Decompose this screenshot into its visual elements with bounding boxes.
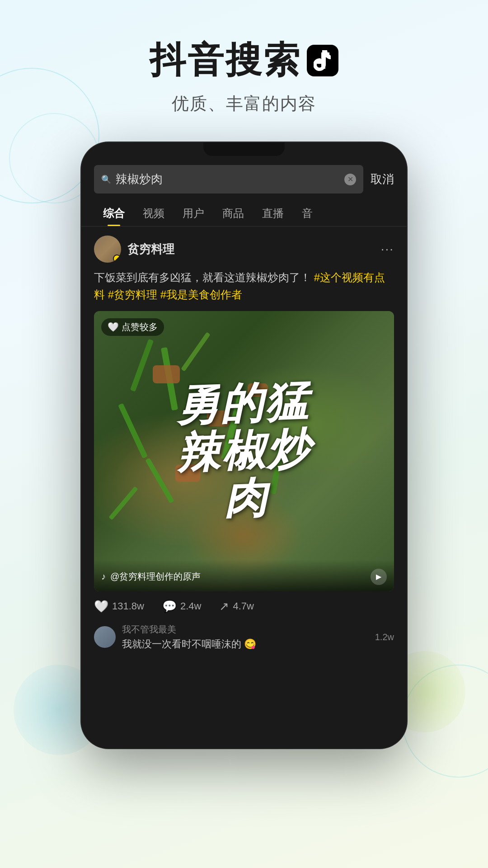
tab-video[interactable]: 视频 <box>134 201 174 226</box>
heart-icon: 🤍 <box>94 599 108 613</box>
heart-icon: 🤍 <box>108 321 119 332</box>
header-section: 抖音搜索 优质、丰富的内容 <box>0 0 488 133</box>
hashtag-3[interactable]: #我是美食创作者 <box>160 288 242 301</box>
like-badge-text: 点赞较多 <box>122 321 158 333</box>
tab-audio[interactable]: 音 <box>293 201 322 226</box>
author-name[interactable]: 贫穷料理 <box>127 241 174 257</box>
search-cancel-button[interactable]: 取消 <box>371 171 394 187</box>
app-subtitle: 优质、丰富的内容 <box>0 92 488 115</box>
like-badge: 🤍 点赞较多 <box>101 318 164 336</box>
likes-count[interactable]: 🤍 131.8w <box>94 599 144 613</box>
audio-info: ♪ @贫穷料理创作的原声 <box>101 571 201 583</box>
engagement-bar: 🤍 131.8w 💬 2.4w ↗ 4.7w <box>94 591 394 619</box>
audio-text: @贫穷料理创作的原声 <box>110 571 201 583</box>
phone-screen: 🔍 辣椒炒肉 ✕ 取消 综合 视频 用户 商品 <box>81 142 407 748</box>
hashtag-2[interactable]: #贫穷料理 <box>108 288 157 301</box>
content-area: ✓ 贫穷料理 ··· 下饭菜到底有多凶猛，就看这道辣椒炒肉了！ #这个视频有点料… <box>81 226 407 665</box>
more-options-button[interactable]: ··· <box>381 242 394 256</box>
phone-mockup-container: 🔍 辣椒炒肉 ✕ 取消 综合 视频 用户 商品 <box>0 142 488 748</box>
play-button[interactable]: ▶ <box>371 569 387 585</box>
tab-comprehensive[interactable]: 综合 <box>94 201 134 226</box>
comments-count[interactable]: 💬 2.4w <box>162 599 201 613</box>
app-title-row: 抖音搜索 <box>0 36 488 85</box>
video-calligraphy-text: 勇的猛辣椒炒肉 <box>174 378 314 524</box>
phone-mockup: 🔍 辣椒炒肉 ✕ 取消 综合 视频 用户 商品 <box>81 142 407 748</box>
post-text: 下饭菜到底有多凶猛，就看这道辣椒炒肉了！ #这个视频有点料 #贫穷料理 #我是美… <box>94 269 394 304</box>
tab-product[interactable]: 商品 <box>213 201 253 226</box>
search-query-text: 辣椒炒肉 <box>116 171 340 187</box>
phone-notch <box>203 142 285 156</box>
author-row: ✓ 贫穷料理 ··· <box>94 236 394 263</box>
video-background: 勇的猛辣椒炒肉 <box>94 311 394 591</box>
comment-preview: 我不管我最美 我就没一次看时不咽唾沫的 😋 1.2w <box>94 619 394 656</box>
author-info: ✓ 贫穷料理 <box>94 236 174 263</box>
audio-bar: ♪ @贫穷料理创作的原声 ▶ <box>94 560 394 591</box>
comment-content: 我不管我最美 我就没一次看时不咽唾沫的 😋 <box>122 623 369 651</box>
comment-likes-count: 1.2w <box>375 632 394 642</box>
search-icon: 🔍 <box>101 175 111 184</box>
tab-live[interactable]: 直播 <box>253 201 293 226</box>
music-note-icon: ♪ <box>101 571 106 582</box>
shares-count[interactable]: ↗ 4.7w <box>219 599 253 613</box>
video-thumbnail[interactable]: 勇的猛辣椒炒肉 🤍 点赞较多 ♪ @贫穷料理创作的原声 <box>94 311 394 591</box>
author-avatar[interactable]: ✓ <box>94 236 121 263</box>
verified-badge-icon: ✓ <box>113 255 121 263</box>
tiktok-logo-icon <box>307 45 338 76</box>
comments-number: 2.4w <box>180 600 201 612</box>
search-clear-button[interactable]: ✕ <box>344 174 356 185</box>
search-input-wrapper[interactable]: 🔍 辣椒炒肉 ✕ <box>94 165 363 193</box>
video-title-overlay: 勇的猛辣椒炒肉 <box>94 311 394 591</box>
likes-number: 131.8w <box>112 600 144 612</box>
shares-number: 4.7w <box>233 600 253 612</box>
commenter-username[interactable]: 我不管我最美 <box>122 623 369 636</box>
commenter-avatar <box>94 626 116 648</box>
comment-text: 我就没一次看时不咽唾沫的 😋 <box>122 637 369 651</box>
comment-icon: 💬 <box>162 599 177 613</box>
tab-user[interactable]: 用户 <box>174 201 213 226</box>
share-icon: ↗ <box>219 599 229 613</box>
tabs-container: 综合 视频 用户 商品 直播 音 <box>81 201 407 226</box>
app-title-text: 抖音搜索 <box>150 36 301 85</box>
